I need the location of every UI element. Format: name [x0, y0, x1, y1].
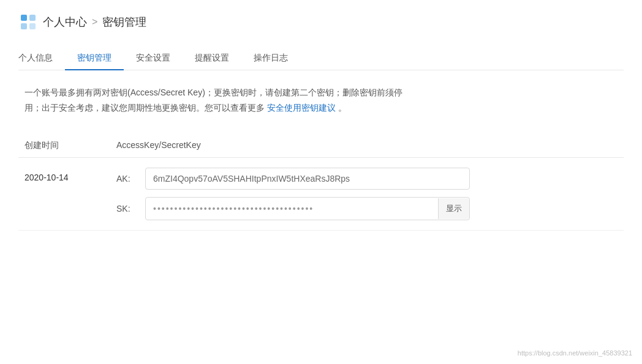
tab-security[interactable]: 安全设置 [124, 46, 183, 70]
key-values: AK: SK: 显示 [116, 168, 617, 220]
sk-input[interactable] [146, 198, 438, 220]
tab-log[interactable]: 操作日志 [241, 46, 300, 70]
breadcrumb: 个人中心 > 密钥管理 [18, 12, 624, 32]
tab-reminder[interactable]: 提醒设置 [183, 46, 241, 70]
show-sk-button[interactable]: 显示 [438, 198, 469, 219]
user-center-icon [18, 12, 38, 32]
ak-input[interactable] [145, 168, 470, 190]
col-header-date: 创建时间 [25, 140, 116, 151]
watermark: https://blog.csdn.net/weixin_45839321 [518, 349, 632, 357]
ak-label: AK: [116, 174, 138, 184]
svg-rect-1 [29, 15, 36, 21]
sk-wrapper: 显示 [145, 197, 470, 220]
info-text-2: 用；出于安全考虑，建议您周期性地更换密钥。您可以查看更多 [25, 103, 265, 113]
page-container: 个人中心 > 密钥管理 个人信息 密钥管理 安全设置 提醒设置 操作日志 一个账… [0, 0, 642, 364]
sk-row: SK: 显示 [116, 197, 617, 220]
info-block: 一个账号最多拥有两对密钥(Access/Secret Key)；更换密钥时，请创… [18, 85, 447, 116]
svg-rect-2 [21, 23, 27, 29]
col-header-key: AccessKey/SecretKey [116, 140, 617, 151]
table-row: 2020-10-14 AK: SK: 显示 [18, 158, 624, 231]
tab-keys[interactable]: 密钥管理 [65, 46, 124, 70]
tabs-nav: 个人信息 密钥管理 安全设置 提醒设置 操作日志 [18, 46, 624, 70]
ak-row: AK: [116, 168, 617, 190]
key-table: 创建时间 AccessKey/SecretKey 2020-10-14 AK: … [18, 134, 624, 231]
breadcrumb-current: 密钥管理 [102, 15, 146, 29]
table-header: 创建时间 AccessKey/SecretKey [18, 134, 624, 158]
breadcrumb-separator: > [92, 17, 97, 28]
tab-personal[interactable]: 个人信息 [18, 46, 65, 70]
svg-rect-3 [29, 23, 36, 29]
breadcrumb-home[interactable]: 个人中心 [43, 15, 87, 29]
info-text-3: 。 [338, 103, 347, 113]
sk-label: SK: [116, 204, 138, 214]
key-date: 2020-10-14 [25, 168, 116, 182]
svg-rect-0 [21, 15, 27, 21]
security-link[interactable]: 安全使用密钥建议 [267, 103, 336, 113]
info-text-1: 一个账号最多拥有两对密钥(Access/Secret Key)；更换密钥时，请创… [25, 87, 402, 97]
